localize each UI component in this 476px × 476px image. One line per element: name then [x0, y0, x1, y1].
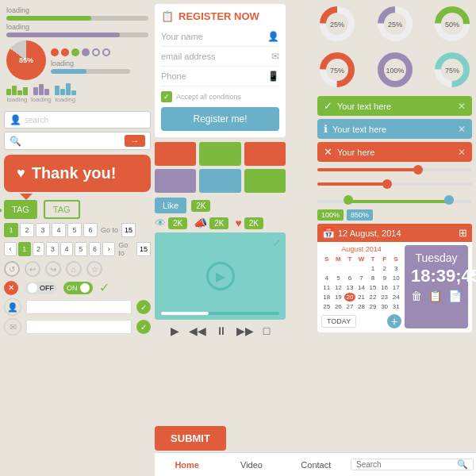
play-icon[interactable]: ▶: [171, 324, 179, 337]
cal-day-9[interactable]: 9: [379, 274, 390, 282]
cal-day-23[interactable]: 23: [379, 293, 390, 301]
notif-close-2[interactable]: ✕: [458, 124, 466, 135]
pause-icon[interactable]: ⏸: [216, 324, 227, 337]
cal-day-29[interactable]: 29: [367, 302, 378, 311]
cal-today-button[interactable]: TODAY: [321, 315, 356, 328]
cal-day-15[interactable]: 15: [367, 283, 378, 292]
range-thumb-right[interactable]: [444, 195, 454, 205]
color-btn-red-2[interactable]: [244, 142, 286, 166]
page-btn-a3[interactable]: 3: [46, 242, 59, 256]
user-check-1[interactable]: ✓: [136, 300, 151, 314]
submit-button[interactable]: SUBMIT: [155, 426, 226, 451]
prev-page[interactable]: ‹: [4, 242, 17, 256]
forward-icon[interactable]: ↪: [45, 261, 61, 277]
cal-day-19[interactable]: 19: [333, 293, 344, 301]
cal-day-2[interactable]: 2: [379, 264, 390, 273]
page-btn-a6[interactable]: 6: [89, 242, 102, 256]
cal-day-28[interactable]: 28: [356, 302, 367, 311]
fast-forward-icon[interactable]: ▶▶: [236, 324, 254, 337]
slider-thumb-2[interactable]: [382, 179, 392, 189]
notif-close-3[interactable]: ✕: [458, 147, 466, 158]
cal-day-25[interactable]: 25: [321, 302, 332, 311]
cal-day-26[interactable]: 26: [333, 302, 344, 311]
cal-day-14[interactable]: 14: [356, 283, 367, 292]
color-btn-red-1[interactable]: [155, 142, 196, 166]
cal-day-10[interactable]: 10: [390, 274, 401, 282]
nav-home[interactable]: Home: [155, 457, 219, 473]
page-btn-3[interactable]: 3: [36, 223, 50, 237]
cal-day-18[interactable]: 18: [321, 293, 332, 301]
cal-day-6[interactable]: 6: [344, 274, 355, 282]
phone-field[interactable]: Phone 📱: [161, 67, 279, 86]
play-button[interactable]: ▶: [206, 262, 235, 290]
cal-day-11[interactable]: 11: [321, 283, 332, 292]
page-btn-5[interactable]: 5: [67, 223, 82, 237]
page-btn-2[interactable]: 2: [20, 223, 34, 237]
copy-icon[interactable]: 📋: [428, 290, 442, 302]
cal-day-30[interactable]: 30: [379, 302, 390, 311]
accept-checkbox[interactable]: ✓: [161, 91, 172, 102]
cal-day-13[interactable]: 13: [344, 283, 355, 292]
expand-icon[interactable]: ⤢: [273, 237, 281, 248]
cal-day-16[interactable]: 16: [379, 283, 390, 292]
star-icon[interactable]: ☆: [86, 261, 102, 277]
tag-button-2[interactable]: TAG: [44, 200, 80, 219]
cal-day-22[interactable]: 22: [367, 293, 378, 301]
color-btn-blue[interactable]: [199, 169, 240, 193]
goto-input-1[interactable]: [121, 223, 136, 237]
cal-day-17[interactable]: 17: [390, 283, 401, 292]
next-page[interactable]: ›: [102, 242, 115, 256]
cal-day-4[interactable]: 4: [321, 274, 332, 282]
nav-search-input[interactable]: [356, 460, 457, 469]
user-input-2[interactable]: [26, 320, 132, 334]
cal-grid-icon[interactable]: ⊞: [459, 227, 467, 239]
cal-day-21[interactable]: 21: [356, 293, 367, 301]
cal-day-3[interactable]: 3: [390, 264, 401, 273]
cal-day-27[interactable]: 27: [344, 302, 355, 311]
cal-day-20-today[interactable]: 20: [344, 293, 355, 301]
page-btn-a5[interactable]: 5: [75, 242, 87, 256]
search-button[interactable]: →: [125, 135, 145, 147]
nav-contact[interactable]: Contact: [284, 457, 348, 473]
user-input-1[interactable]: [26, 300, 132, 314]
trash-icon[interactable]: 🗑: [411, 290, 422, 302]
page-btn-1[interactable]: 1: [4, 223, 18, 237]
home-icon[interactable]: ⌂: [66, 261, 82, 277]
page-btn-4[interactable]: 4: [52, 223, 66, 237]
toggle-on[interactable]: ON: [63, 282, 93, 294]
toggle-off[interactable]: OFF: [25, 282, 57, 294]
back-icon[interactable]: ↩: [25, 261, 40, 277]
slider-2[interactable]: [317, 179, 472, 189]
stop-icon[interactable]: □: [263, 324, 270, 337]
color-btn-green-2[interactable]: [244, 169, 286, 193]
cal-day-5[interactable]: 5: [333, 274, 344, 282]
goto-input-2[interactable]: [136, 242, 151, 256]
color-btn-purple[interactable]: [155, 169, 196, 193]
refresh-icon[interactable]: ↺: [4, 261, 20, 277]
page-btn-a1[interactable]: 1: [18, 242, 31, 256]
user-check-2[interactable]: ✓: [136, 320, 151, 334]
cal-day-24[interactable]: 24: [390, 293, 401, 301]
slider-1[interactable]: [317, 165, 472, 175]
cal-day-12[interactable]: 12: [333, 283, 344, 292]
range-thumb-left[interactable]: [344, 195, 353, 205]
tag-button-1[interactable]: TAG: [4, 200, 37, 219]
page-btn-a4[interactable]: 4: [60, 242, 73, 256]
slider-thumb-1[interactable]: [413, 165, 423, 175]
cal-day-1[interactable]: 1: [367, 264, 378, 273]
page-btn-a2[interactable]: 2: [33, 242, 45, 256]
cal-add-button[interactable]: +: [387, 314, 401, 328]
rewind-icon[interactable]: ◀◀: [189, 324, 206, 337]
page-btn-6[interactable]: 6: [83, 223, 98, 237]
cal-day-8[interactable]: 8: [367, 274, 378, 282]
nav-search[interactable]: 🔍: [351, 459, 474, 470]
notif-close-1[interactable]: ✕: [458, 101, 466, 112]
color-btn-green-1[interactable]: [199, 142, 240, 166]
name-field[interactable]: Your name 👤: [161, 27, 279, 47]
paste-icon[interactable]: 📄: [448, 290, 462, 302]
register-button[interactable]: Register me!: [161, 107, 279, 131]
cal-day-31[interactable]: 31: [390, 302, 401, 311]
like-button[interactable]: Like: [155, 198, 186, 213]
nav-video[interactable]: Video: [219, 457, 283, 473]
cal-day-7[interactable]: 7: [356, 274, 367, 282]
